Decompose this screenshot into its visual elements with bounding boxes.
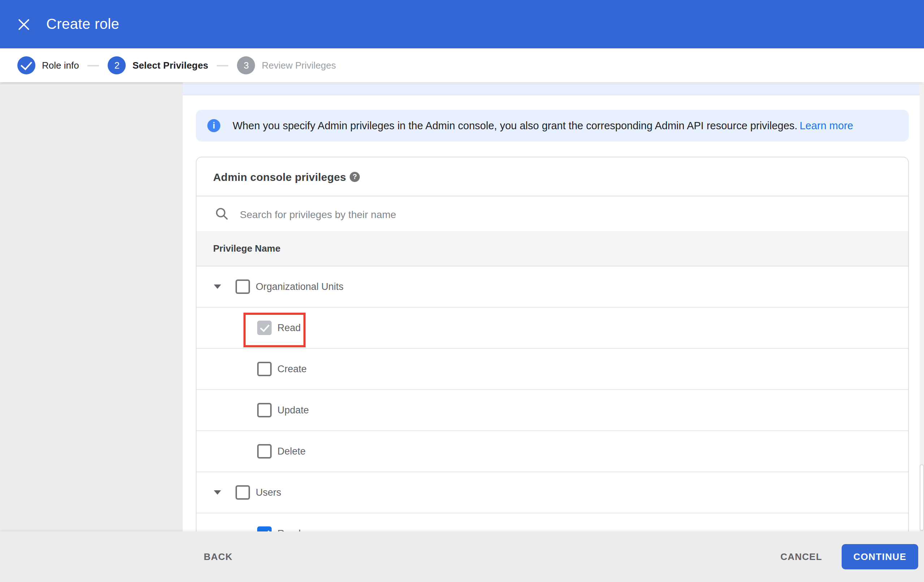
row-label: Organizational Units xyxy=(256,281,343,292)
card-title: Admin console privileges xyxy=(213,170,346,183)
scrolled-banner-remnant xyxy=(183,84,920,95)
collapse-arrow-icon[interactable] xyxy=(214,490,221,495)
checkbox-update[interactable] xyxy=(257,403,272,417)
step-number-badge: 2 xyxy=(108,56,126,74)
back-button[interactable]: BACK xyxy=(198,547,238,567)
step-connector xyxy=(217,64,229,66)
step-review-privileges[interactable]: 3 Review Privileges xyxy=(237,56,336,74)
backdrop-panel xyxy=(0,82,183,531)
checkbox-delete[interactable] xyxy=(257,444,272,458)
cancel-button[interactable]: CANCEL xyxy=(774,547,828,567)
step-number-badge: 3 xyxy=(237,56,256,74)
privilege-row-organizational-units: Organizational Units xyxy=(196,267,908,308)
privilege-row-users-read: Read xyxy=(196,513,908,531)
create-role-dialog: Create role Role info 2 Select Privilege… xyxy=(0,0,924,582)
admin-privileges-card: Admin console privileges ? Privilege Nam… xyxy=(196,157,909,531)
checkbox-create[interactable] xyxy=(257,362,272,376)
checkbox-users[interactable] xyxy=(236,485,250,500)
search-input[interactable] xyxy=(238,196,704,232)
content-area: i When you specify Admin privileges in t… xyxy=(183,82,924,531)
privilege-search-row xyxy=(196,196,908,231)
page-title: Create role xyxy=(46,16,119,33)
help-icon[interactable]: ? xyxy=(350,171,360,181)
close-icon[interactable] xyxy=(18,18,30,30)
column-header-privilege-name: Privilege Name xyxy=(213,243,280,254)
row-label: Read xyxy=(277,528,301,531)
step-connector xyxy=(88,64,99,66)
checkbox-read-checked-disabled[interactable] xyxy=(257,321,272,335)
row-label: Read xyxy=(277,322,301,333)
checkbox-users-read-checked[interactable] xyxy=(257,526,272,531)
scrollbar-track[interactable] xyxy=(920,84,924,531)
wizard-stepper: Role info 2 Select Privileges 3 Review P… xyxy=(0,48,924,82)
info-icon: i xyxy=(207,119,220,132)
privilege-row-create: Create xyxy=(196,349,908,390)
privilege-row-read-highlighted: Read xyxy=(196,308,908,349)
row-label: Users xyxy=(256,487,281,498)
step-role-info[interactable]: Role info xyxy=(17,56,79,74)
table-header: Privilege Name xyxy=(196,231,908,267)
card-header: Admin console privileges ? xyxy=(196,157,908,196)
info-banner-text: When you specify Admin privileges in the… xyxy=(233,120,853,132)
scrollbar-thumb[interactable] xyxy=(920,464,924,531)
privilege-row-users: Users xyxy=(196,472,908,513)
row-label: Update xyxy=(277,405,309,415)
step-label: Role info xyxy=(42,60,79,71)
checkbox-organizational-units[interactable] xyxy=(236,279,250,294)
dialog-header: Create role xyxy=(0,0,924,48)
collapse-arrow-icon[interactable] xyxy=(214,285,221,289)
action-bar: BACK CANCEL CONTINUE xyxy=(0,531,924,582)
privilege-row-delete: Delete xyxy=(196,431,908,472)
row-label: Create xyxy=(277,364,307,374)
privilege-row-update: Update xyxy=(196,390,908,431)
step-completed-check-icon xyxy=(17,56,35,74)
info-banner: i When you specify Admin privileges in t… xyxy=(196,110,909,142)
step-label: Review Privileges xyxy=(262,60,336,71)
info-banner-message: When you specify Admin privileges in the… xyxy=(233,120,798,132)
step-label: Select Privileges xyxy=(132,60,208,71)
step-select-privileges[interactable]: 2 Select Privileges xyxy=(108,56,208,74)
learn-more-link[interactable]: Learn more xyxy=(800,120,853,132)
row-label: Delete xyxy=(277,446,305,457)
search-icon xyxy=(215,207,228,220)
continue-button[interactable]: CONTINUE xyxy=(842,544,918,569)
